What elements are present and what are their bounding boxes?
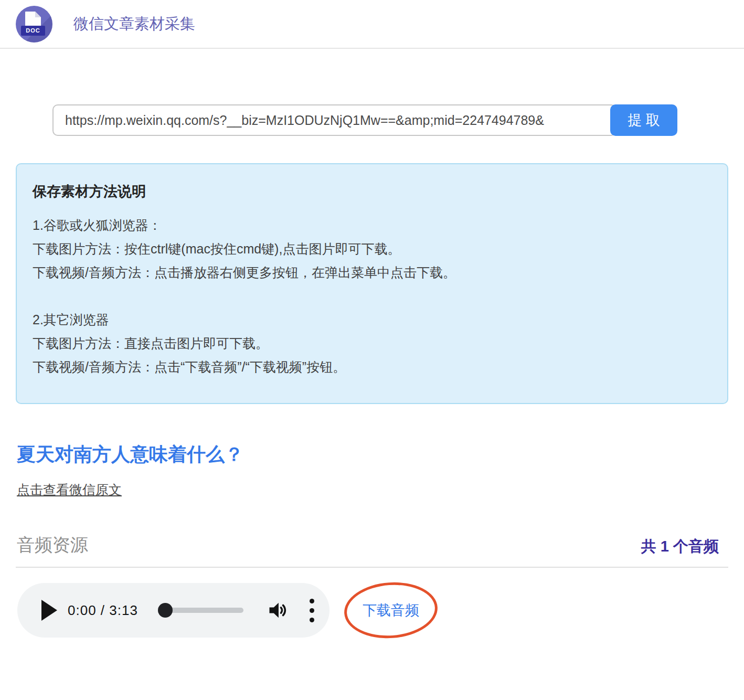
extract-button[interactable]: 提 取 — [610, 104, 677, 136]
image-section-header: 图片资源 共 28 张图片 — [17, 698, 719, 700]
doc-file-icon: DOC — [16, 6, 52, 43]
instructions-title: 保存素材方法说明 — [33, 182, 711, 201]
url-extract-row: 提 取 — [52, 104, 744, 136]
audio-section-title: 音频资源 — [17, 533, 88, 557]
audio-section-divider — [16, 567, 728, 568]
seek-thumb[interactable] — [158, 603, 173, 618]
audio-time-display: 0:00 / 3:13 — [68, 602, 138, 619]
audio-section-header: 音频资源 共 1 个音频 — [17, 533, 719, 557]
seek-slider[interactable] — [158, 603, 243, 618]
audio-count-badge: 共 1 个音频 — [641, 536, 719, 557]
view-original-link[interactable]: 点击查看微信原文 — [17, 482, 122, 497]
doc-ribbon-label: DOC — [21, 26, 45, 36]
audio-player[interactable]: 0:00 / 3:13 — [17, 583, 330, 638]
audio-player-row: 0:00 / 3:13 下载音频 — [17, 581, 744, 639]
app-title: 微信文章素材采集 — [73, 14, 195, 35]
volume-icon[interactable] — [267, 599, 290, 622]
instruction-line: 下载视频/音频方法：点击“下载音频”/“下载视频”按钮。 — [33, 355, 711, 379]
instruction-line: 1.谷歌或火狐浏览器： — [33, 214, 711, 237]
instruction-line: 下载图片方法：按住ctrl键(mac按住cmd键),点击图片即可下载。 — [33, 237, 711, 261]
instruction-line: 2.其它浏览器 — [33, 308, 711, 332]
article-url-input[interactable] — [52, 104, 617, 136]
instruction-line: 下载视频/音频方法：点击播放器右侧更多按钮，在弹出菜单中点击下载。 — [33, 261, 711, 284]
more-options-icon[interactable] — [306, 596, 317, 625]
download-audio-link[interactable]: 下载音频 — [363, 601, 419, 620]
article-title-link[interactable]: 夏天对南方人意味着什么？ — [17, 442, 727, 468]
instruction-line-spacer — [33, 284, 711, 308]
article-source-row: 点击查看微信原文 — [17, 481, 727, 499]
app-header: DOC 微信文章素材采集 — [0, 0, 744, 49]
download-audio-area: 下载音频 — [344, 581, 438, 639]
image-section-title: 图片资源 — [17, 698, 88, 700]
save-instructions-box: 保存素材方法说明 1.谷歌或火狐浏览器： 下载图片方法：按住ctrl键(mac按… — [16, 163, 728, 404]
seek-track[interactable] — [170, 608, 243, 613]
play-icon[interactable] — [41, 600, 57, 621]
instruction-line: 下载图片方法：直接点击图片即可下载。 — [33, 332, 711, 355]
